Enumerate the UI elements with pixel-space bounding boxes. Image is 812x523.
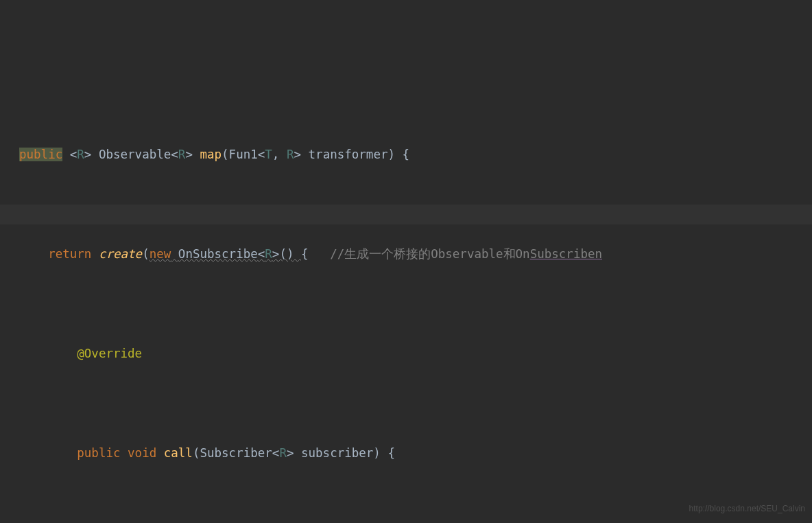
code-line: return create(new OnSubscribe<R>() { //生… (0, 244, 812, 264)
code-line: public void call(Subscriber<R> subscribe… (0, 443, 812, 463)
code-line: public <R> Observable<R> map(Fun1<T, R> … (0, 145, 812, 165)
code-editor[interactable]: public <R> Observable<R> map(Fun1<T, R> … (0, 0, 812, 523)
keyword: public (19, 148, 62, 161)
current-line-highlight (0, 205, 812, 224)
watermark: http://blog.csdn.net/SEU_Calvin (689, 499, 805, 519)
code-line: @Override (0, 344, 812, 364)
